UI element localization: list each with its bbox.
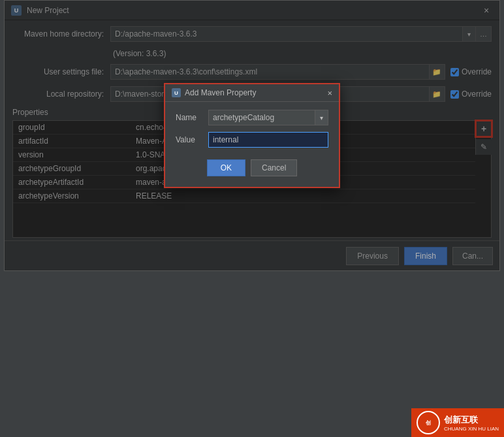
watermark-text-wrap: 创新互联 CHUANG XIN HU LIAN [444, 414, 499, 432]
modal-name-row: Name ▾ [176, 110, 328, 125]
modal-close-button[interactable]: × [327, 89, 332, 97]
modal-overlay: U Add Maven Property × Name ▾ [5, 1, 499, 270]
modal-title-bar: U Add Maven Property × [165, 84, 339, 102]
modal-value-row: Value [176, 132, 328, 148]
modal-value-input-wrap [208, 132, 328, 148]
modal-buttons: OK Cancel [176, 154, 328, 179]
modal-value-label: Value [176, 135, 208, 144]
modal-name-dropdown-btn[interactable]: ▾ [315, 110, 328, 125]
modal-title: Add Maven Property [185, 88, 256, 97]
modal-cancel-button[interactable]: Cancel [251, 159, 297, 176]
modal-value-input[interactable] [208, 132, 328, 148]
modal-ok-button[interactable]: OK [207, 159, 245, 176]
watermark: 创 创新互联 CHUANG XIN HU LIAN [411, 408, 504, 437]
modal-name-input[interactable] [208, 110, 315, 125]
watermark-sub-text: CHUANG XIN HU LIAN [444, 426, 499, 432]
modal-title-wrap: U Add Maven Property [172, 88, 256, 97]
modal-app-icon: U [172, 88, 181, 97]
watermark-logo: 创 [417, 411, 440, 434]
add-maven-property-dialog: U Add Maven Property × Name ▾ [164, 83, 340, 188]
watermark-main-text: 创新互联 [444, 414, 499, 426]
modal-body: Name ▾ Value [165, 102, 339, 187]
modal-name-input-wrap: ▾ [208, 110, 328, 125]
modal-name-label: Name [176, 113, 208, 122]
